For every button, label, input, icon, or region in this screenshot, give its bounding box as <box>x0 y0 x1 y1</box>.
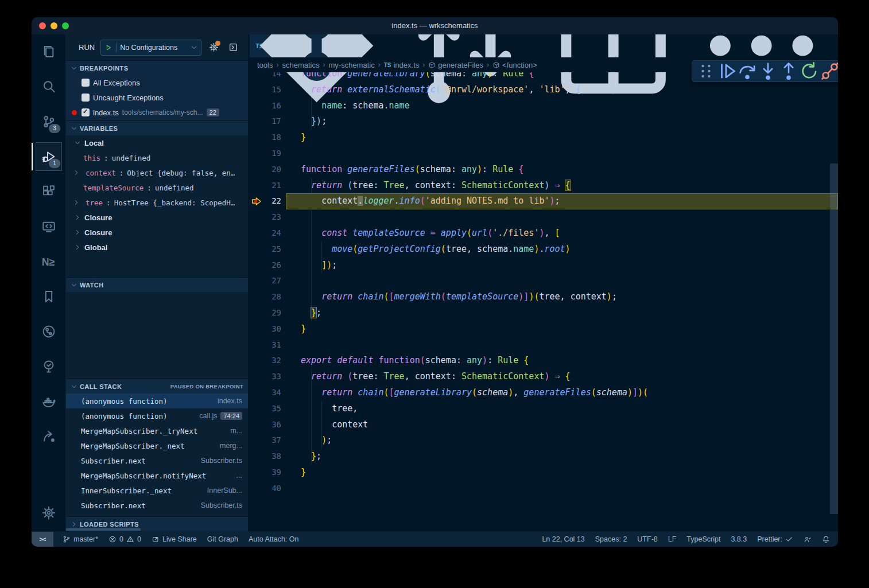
debug-step-out-button[interactable] <box>778 61 799 81</box>
code-line-35[interactable]: 35 tree, <box>248 401 838 417</box>
variable-row[interactable]: templateSource: undefined <box>66 180 248 195</box>
breadcrumb-item-indexts[interactable]: TSindex.ts <box>384 61 420 69</box>
debug-continue-button[interactable] <box>716 61 737 81</box>
code-area[interactable]: 14function generateLibrary(schema: any):… <box>248 34 838 531</box>
status-feedback[interactable] <box>804 535 812 543</box>
status-auto-attach[interactable]: Auto Attach: On <box>249 535 299 543</box>
variable-scope-local[interactable]: Local <box>66 135 248 150</box>
code-line-21[interactable]: 21 return (tree: Tree, context: Schemati… <box>248 178 838 194</box>
status-git-graph[interactable]: Git Graph <box>207 535 238 543</box>
code-line-40[interactable]: 40 <box>248 481 838 497</box>
activity-item-docker[interactable] <box>32 389 65 414</box>
code-line-19[interactable]: 19 <box>248 146 838 162</box>
variables-header[interactable]: VARIABLES <box>66 121 248 135</box>
activity-item-search[interactable] <box>32 74 65 99</box>
watch-header[interactable]: WATCH <box>66 278 248 292</box>
code-line-38[interactable]: 38 }; <box>248 449 838 465</box>
code-line-15[interactable]: 15 return externalSchematic('@nrwl/works… <box>248 82 838 98</box>
call-stack-frame[interactable]: Subscriber.nextSubscriber.ts <box>66 498 248 513</box>
status-problems[interactable]: 00 <box>108 535 141 543</box>
code-line-37[interactable]: 37 ); <box>248 433 838 449</box>
variable-scope-closure[interactable]: Closure <box>66 225 248 240</box>
code-line-26[interactable]: 26 ]); <box>248 258 838 274</box>
code-line-32[interactable]: 32export default function(schema: any): … <box>248 353 838 369</box>
call-stack-frame[interactable]: MergeMapSubscriber._tryNextm... <box>66 423 248 438</box>
editor-scrollbar[interactable] <box>830 163 838 514</box>
activity-item-git-graph[interactable] <box>32 319 65 344</box>
code-token: name <box>513 244 534 254</box>
code-line-22[interactable]: 22 context.logger.info('adding NOTES.md … <box>248 193 838 209</box>
activity-item-testing[interactable] <box>32 354 65 379</box>
status-notifications[interactable] <box>822 535 830 543</box>
status-eol[interactable]: LF <box>668 535 677 543</box>
code-line-25[interactable]: 25 move(getProjectConfig(tree, schema.na… <box>248 242 838 258</box>
code-line-17[interactable]: 17 }); <box>248 114 838 130</box>
activity-item-run-debug[interactable]: 1 <box>32 144 65 169</box>
code-line-33[interactable]: 33 return (tree: Tree, context: Schemati… <box>248 369 838 385</box>
activity-item-bookmarks[interactable] <box>32 284 65 309</box>
debug-drag-handle-button[interactable] <box>696 61 716 81</box>
activity-item-extensions[interactable] <box>32 179 65 204</box>
variable-scope-global[interactable]: Global <box>66 240 248 255</box>
sidebar-horizontal-scrollbar[interactable] <box>66 528 141 531</box>
debug-restart-button[interactable] <box>799 61 820 81</box>
code-line-29[interactable]: 29 }; <box>248 305 838 321</box>
code-line-36[interactable]: 36 context <box>248 417 838 433</box>
breakpoint-row[interactable]: All Exceptions <box>66 75 248 90</box>
variable-row[interactable]: context: Object {debug: false, en… <box>66 165 248 180</box>
activity-item-remote-explorer[interactable] <box>32 214 65 239</box>
status-encoding[interactable]: UTF-8 <box>637 535 657 543</box>
variable-row[interactable]: tree: HostTree {_backend: ScopedH… <box>66 195 248 210</box>
activity-item-nx-console[interactable]: N≥ <box>32 249 65 274</box>
call-stack-frame[interactable]: (anonymous function)index.ts <box>66 394 248 408</box>
breadcrumb-item-myschematic[interactable]: my-schematic <box>329 61 375 69</box>
breakpoint-row[interactable]: Uncaught Exceptions <box>66 90 248 105</box>
status-live-share[interactable]: Live Share <box>152 535 197 543</box>
status-prettier[interactable]: Prettier: <box>757 535 793 543</box>
status-indentation[interactable]: Spaces: 2 <box>595 535 627 543</box>
variable-row[interactable]: this: undefined <box>66 150 248 165</box>
call-stack-frame[interactable]: MergeMapSubscriber._nextmerg... <box>66 438 248 453</box>
status-language[interactable]: TypeScript <box>686 535 720 543</box>
activity-item-live-share[interactable] <box>32 424 65 449</box>
status-remote-indicator[interactable]: >< <box>32 532 53 547</box>
code-line-23[interactable]: 23 <box>248 209 838 225</box>
breadcrumb-item-schematics[interactable]: schematics <box>282 61 319 69</box>
call-stack-frame[interactable]: Subscriber.nextSubscriber.ts <box>66 453 248 468</box>
breakpoint-checkbox[interactable] <box>82 94 90 102</box>
call-stack-frame[interactable]: MergeMapSubscriber.notifyNext... <box>66 468 248 483</box>
code-line-18[interactable]: 18} <box>248 130 838 146</box>
call-stack-frame[interactable]: InnerSubscriber._nextInnerSub... <box>66 483 248 498</box>
code-line-16[interactable]: 16 name: schema.name <box>248 98 838 114</box>
code-line-39[interactable]: 39} <box>248 465 838 481</box>
activity-item-manage[interactable] <box>32 500 66 525</box>
debug-disconnect-button[interactable] <box>820 61 838 81</box>
breakpoints-header[interactable]: BREAKPOINTS <box>66 61 248 75</box>
breadcrumb-item-generateFiles[interactable]: generateFiles <box>428 61 483 69</box>
code-line-20[interactable]: 20function generateFiles(schema: any): R… <box>248 162 838 178</box>
code-line-24[interactable]: 24 const templateSource = apply(url('./f… <box>248 225 838 242</box>
call-stack-header[interactable]: CALL STACKPAUSED ON BREAKPOINT <box>66 379 248 394</box>
code-line-30[interactable]: 30} <box>248 321 838 337</box>
code-line-31[interactable]: 31 <box>248 337 838 353</box>
call-stack-frame[interactable]: (anonymous function)call.js74:24 <box>66 408 248 423</box>
code-line-28[interactable]: 28 return chain([mergeWith(templateSourc… <box>248 289 838 305</box>
breadcrumb-item-tools[interactable]: tools <box>257 61 273 69</box>
debug-step-over-button[interactable] <box>737 61 758 81</box>
breakpoint-checkbox[interactable] <box>82 108 90 116</box>
run-configuration-dropdown[interactable]: No Configurations <box>100 40 201 56</box>
activity-item-explorer[interactable] <box>32 39 65 64</box>
variable-scope-closure[interactable]: Closure <box>66 210 248 225</box>
breakpoint-row[interactable]: index.tstools/schematics/my-sch...22 <box>66 105 248 120</box>
status-ts-version[interactable]: 3.8.3 <box>731 535 747 543</box>
breadcrumb-item-function[interactable]: <function> <box>492 61 537 69</box>
debug-console-button[interactable] <box>226 40 240 55</box>
code-line-34[interactable]: 34 return chain([generateLibrary(schema)… <box>248 385 838 401</box>
activity-item-source-control[interactable]: 3 <box>32 109 65 134</box>
breakpoint-checkbox[interactable] <box>82 79 90 87</box>
status-cursor-position[interactable]: Ln 22, Col 13 <box>542 535 584 543</box>
status-branch[interactable]: master* <box>63 535 98 543</box>
code-line-27[interactable]: 27 <box>248 273 838 289</box>
configure-button[interactable] <box>206 40 221 55</box>
debug-step-into-button[interactable] <box>758 61 778 81</box>
